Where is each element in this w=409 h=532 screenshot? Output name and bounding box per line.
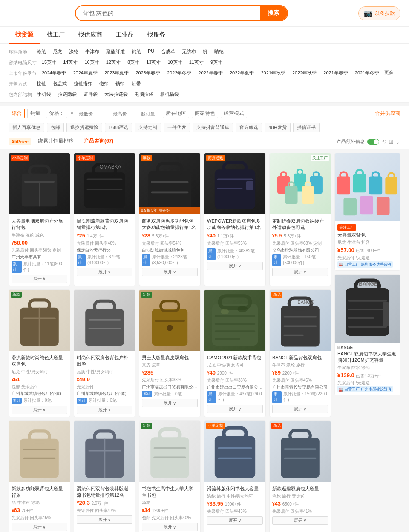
grid-view-icon[interactable]: ⊞ [389, 138, 394, 145]
tag-filter-douyin[interactable]: 支持抖音普通单 [193, 123, 233, 132]
sort-item-price[interactable]: 价格： [46, 109, 67, 118]
filter-tag[interactable]: 8英寸 [126, 59, 141, 66]
product-card[interactable]: CAMO 2021新款战术背包 尼龙 中性/男女均可 ¥40 2900+件 先采… [204, 289, 266, 417]
aliprice-tab-inquiry[interactable]: 产品咨询(67) [81, 137, 117, 146]
filter-tag[interactable]: 14英寸 [61, 59, 79, 66]
filter-tag[interactable]: 大层拉链袋 [103, 91, 130, 98]
expand-button[interactable]: 展开 ∨ [142, 268, 198, 276]
filter-tag[interactable]: 牛津布 [84, 48, 101, 55]
filter-tag[interactable]: 2022年冬季 [165, 69, 193, 77]
filter-tag[interactable]: 锦纶 [130, 48, 143, 55]
product-card[interactable]: 新款 男士大容量真皮双肩包 真皮 皮革 ¥285 先采后付 回头率38% 广州市… [139, 289, 201, 417]
filter-tag[interactable]: 拉链 [35, 80, 48, 87]
nav-tab-find-factory[interactable]: 找工厂 [40, 27, 72, 44]
filter-tag[interactable]: 锁扣 [114, 80, 127, 87]
filter-tag[interactable]: 睛纶 [213, 48, 225, 55]
filter-tag[interactable]: 2022年春季 [196, 69, 224, 77]
min-qty-input[interactable] [139, 110, 160, 117]
filter-tag[interactable]: 班带 [130, 80, 143, 87]
product-card[interactable]: BANGE 新品 BANGE新品背包双肩包 牛津布 涤纶 旅行 ¥89 2200… [269, 289, 331, 417]
expand-button[interactable]: 展开 ∨ [77, 268, 132, 276]
price-min-input[interactable] [77, 110, 102, 117]
expand-button[interactable]: 展开 ∨ [77, 515, 132, 524]
expand-button[interactable]: 展开 ∨ [272, 516, 328, 525]
filter-tag[interactable]: 涤纶 [67, 48, 80, 55]
product-card[interactable]: 新款 滑流新款时尚纯色大容量双肩包 尼龙 中性/男女均可 ¥61 包邮 先采后付… [9, 289, 70, 417]
tag-filter-1688[interactable]: 1688严选 [105, 123, 132, 132]
filter-tag[interactable]: 帆 [201, 48, 209, 55]
tag-filter-free-ship[interactable]: 包邮 [47, 123, 64, 132]
filter-tag[interactable]: 无纺布 [180, 48, 198, 55]
price-max-input[interactable] [111, 110, 136, 117]
expand-button[interactable]: 展开 ∨ [272, 405, 328, 413]
expand-button[interactable]: 展开 ∨ [142, 523, 198, 531]
filter-tag[interactable]: 9英寸 [209, 59, 224, 66]
product-card[interactable]: 新款多功能双背包大容量行旅 品 牛津布 涤纶 ¥63 20+件 先采后付 回头率… [9, 420, 70, 532]
product-card[interactable]: 小单定制 滑流韩版休闲书包大容量 涤纶 旅行 中性/男女均可 ¥33.95 19… [204, 420, 266, 532]
tag-filter-credit[interactable]: 授信证书 [293, 123, 320, 132]
filter-tag[interactable]: 11英寸 [187, 59, 205, 66]
sidebar-ad[interactable]: 关注工厂 大容量双背包 尼龙 牛津布 扩容 ¥57.00 已售1400+件 先采… [334, 153, 400, 271]
filter-tag[interactable]: 2023年夏季 [103, 69, 130, 77]
region-select[interactable]: 所在地区 [163, 109, 189, 118]
filter-tag[interactable]: 拉链隐袋 [56, 91, 78, 98]
filter-tag[interactable]: 2022年夏季 [228, 69, 256, 77]
filter-tag[interactable]: 磁扣 [98, 80, 110, 87]
nav-tab-industrial[interactable]: 工业品 [109, 27, 141, 44]
expand-button[interactable]: 展开 ∨ [77, 406, 132, 414]
season-more-link[interactable]: 更多 [384, 69, 394, 76]
refresh-icon[interactable]: ↻ [382, 138, 387, 145]
expand-button[interactable]: 展开 ∨ [12, 406, 67, 414]
product-card[interactable]: 关注工厂 定制折叠双肩包收纳袋户外运动多色可选 ¥5.5 5.3万+件 先采后付… [269, 153, 331, 286]
product-card[interactable]: 小单定制 大容量电脑双肩包户外旅行背包 牛津布 涤纶 减色 ¥58.00 先采后… [9, 153, 70, 286]
filter-tag[interactable]: 相机插袋 [158, 91, 181, 98]
filter-tag[interactable]: 尼龙 [51, 48, 64, 55]
filter-tag[interactable]: 2023年春季 [134, 69, 161, 77]
filter-tag[interactable]: 2021年秋季 [259, 69, 287, 77]
filter-tag[interactable]: PU [146, 48, 156, 54]
tag-filter-return[interactable]: 退换货运费险 [66, 123, 102, 132]
filter-tag[interactable]: 16英寸 [83, 59, 101, 66]
filter-tag[interactable]: 包盖式 [51, 80, 69, 87]
search-input[interactable] [76, 6, 260, 20]
filter-tag[interactable]: 涤纶 [35, 48, 48, 55]
nav-tab-find-supplier[interactable]: 找供应商 [72, 27, 109, 44]
expand-icon[interactable]: ⌄ [395, 138, 400, 145]
image-search-button[interactable]: 📷 以图搜款 [358, 6, 400, 20]
sidebar-ad-2[interactable]: BANGE BANGE BANGE双肩包书双大学生电脑30升12CM扩充容量 牛… [334, 274, 400, 396]
filter-tag[interactable]: 2024年夏季 [71, 69, 99, 77]
tag-filter-custom[interactable]: 支持定制 [135, 123, 161, 132]
filter-tag[interactable]: 12英寸 [104, 59, 122, 66]
tag-filter-dropship[interactable]: 一件代发 [164, 123, 190, 132]
filter-tag[interactable]: 2022年秋季 [291, 69, 318, 77]
nav-tab-find-service[interactable]: 找服务 [141, 27, 172, 44]
product-card[interactable]: OMASKA 小单定制 街头潮流新款背包双肩包销量排行第5名 ¥25 1.4万+… [74, 153, 135, 286]
product-card[interactable]: 新品 新款逛趣双肩包大容量 涤纶 旅行 无走送 ¥43 6500+件 先采后付 … [269, 420, 331, 532]
filter-tag[interactable]: 聚酯纤维 [104, 48, 127, 55]
filter-tag[interactable]: 2021年冬季 [353, 69, 381, 77]
tag-filter-official[interactable]: 官方鲸选 [236, 123, 262, 132]
expand-button[interactable]: 展开 ∨ [207, 262, 263, 270]
expand-button[interactable]: 展开 ∨ [12, 275, 67, 283]
product-card[interactable]: 爆款 8.9折 5年 服务好 商务双肩包男多功能包包大多功能包销量排行第1名 ¥… [139, 153, 201, 286]
filter-tag[interactable]: 拉链搭扣 [72, 80, 94, 87]
expand-button[interactable]: 展开 ∨ [207, 516, 263, 525]
biz-mode-select[interactable]: 经营模式 [221, 109, 247, 118]
tag-filter-new-user[interactable]: 新人百享优惠 [9, 123, 44, 132]
expand-button[interactable]: 展开 ∨ [207, 405, 263, 413]
sort-item-sales[interactable]: 销量 [27, 109, 43, 118]
filter-tag[interactable]: 手机袋 [35, 91, 53, 98]
filter-tag[interactable]: 2021年春季 [322, 69, 349, 77]
expand-button[interactable]: 展开 ∨ [12, 523, 67, 531]
expand-button[interactable]: 展开 ∨ [272, 268, 328, 276]
product-card[interactable]: 时尚休闲双肩包背包户外出游 品质 中性/男女均可 ¥49.9 先采后付 广州某城… [74, 289, 135, 417]
search-button[interactable]: 搜索 [260, 6, 287, 20]
combine-supply-button[interactable]: 合并供应商 [375, 110, 400, 117]
expand-button[interactable]: 展开 ∨ [142, 399, 198, 407]
product-card[interactable]: 滑流休闲双背包装韩版潮流书包销量排行第12名 ¥20.3 2.9万+件 先采后付… [74, 420, 135, 532]
filter-tag[interactable]: 10英寸 [166, 59, 184, 66]
filter-tag[interactable]: 15英寸 [40, 59, 58, 66]
product-card[interactable]: 新款 书包书生高中生大学大学生书包 涤纶 ¥34 1900+件 包邮 先采后付 … [139, 420, 201, 532]
tag-filter-48h[interactable]: 48H发货 [265, 123, 290, 132]
merchant-select[interactable]: 商家特色 [192, 109, 218, 118]
